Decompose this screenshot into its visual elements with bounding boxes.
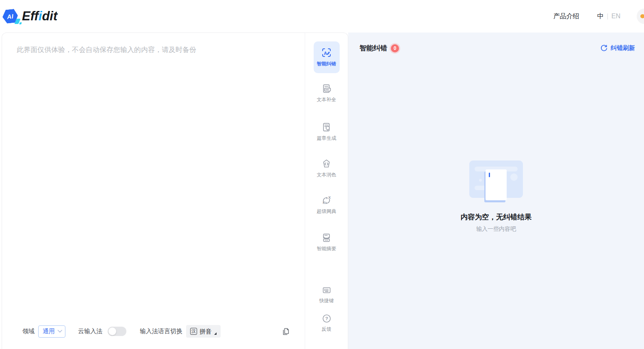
sidebar-item-super-dict[interactable]: X K 超级网典: [308, 195, 345, 215]
error-count-badge: 0: [391, 44, 399, 52]
sidebar-item-article-generate[interactable]: 篇章生成: [308, 122, 345, 142]
sidebar-item-hotkeys[interactable]: 快捷键: [308, 285, 345, 304]
empty-subtitle: 输入一些内容吧: [476, 225, 516, 233]
lang-switch-en[interactable]: EN: [611, 13, 620, 20]
avatar-image: [640, 14, 644, 18]
sidebar-item-label: 快捷键: [319, 297, 334, 304]
user-avatar[interactable]: [637, 9, 644, 24]
empty-state: 内容为空，无纠错结果 输入一些内容吧: [348, 160, 644, 233]
logo-wordmark: Effidit: [22, 9, 57, 24]
results-panel: 智能纠错 0 纠错刷新: [348, 33, 644, 349]
top-header: AI Effidit 产品介绍 中 EN: [0, 0, 644, 33]
ime-switch-label: 输入法语言切换: [140, 327, 182, 335]
svg-text:?: ?: [325, 316, 328, 321]
svg-text:K: K: [323, 201, 325, 205]
empty-title: 内容为空，无纠错结果: [461, 212, 532, 222]
han-character-icon: 汉: [190, 328, 197, 335]
super-dict-icon: X K: [321, 195, 332, 206]
text-polish-icon: [321, 158, 332, 169]
copy-button[interactable]: [281, 327, 290, 336]
feedback-icon: ?: [321, 313, 332, 324]
nav-product-intro[interactable]: 产品介绍: [553, 12, 579, 21]
editor-toolbar: 领域 通用 云输入法 输入法语言切换 汉 拼音: [22, 325, 290, 338]
chevron-down-icon: [58, 328, 62, 332]
smart-summary-icon: [321, 232, 332, 243]
toggle-knob: [108, 327, 116, 335]
ime-pen-mark-icon: [214, 332, 217, 335]
sidebar-item-smart-correct[interactable]: A 智能纠错: [314, 41, 340, 73]
refresh-label: 纠错刷新: [611, 44, 635, 52]
domain-dropdown-value: 通用: [43, 327, 55, 335]
domain-label: 领域: [22, 327, 35, 335]
sidebar-item-label: 反馈: [322, 326, 332, 333]
logo-badge-text: AI: [7, 13, 14, 20]
ime-language-button[interactable]: 汉 拼音: [186, 325, 221, 338]
sidebar-item-feedback[interactable]: ? 反馈: [308, 313, 345, 333]
results-title: 智能纠错: [360, 43, 387, 53]
refresh-icon: [600, 44, 608, 52]
ai-hexagon-logo-icon: AI: [2, 9, 19, 24]
lang-divider: [607, 13, 608, 20]
sidebar-item-smart-summary[interactable]: 智能摘要: [308, 232, 345, 252]
sidebar-item-label: 智能纠错: [317, 61, 336, 67]
illustration-document-icon: [486, 169, 507, 200]
sidebar-item-label: 篇章生成: [317, 135, 336, 142]
hotkeys-icon: [321, 285, 332, 295]
ime-language-value: 拼音: [199, 328, 212, 335]
sidebar-item-text-polish[interactable]: 文本润色: [308, 158, 345, 178]
article-generate-icon: [321, 122, 332, 133]
smart-correct-icon: A: [321, 47, 332, 58]
svg-text:X: X: [328, 195, 331, 199]
domain-dropdown[interactable]: 通用: [38, 325, 65, 338]
results-header: 智能纠错 0 纠错刷新: [348, 33, 644, 53]
editor-card: 此界面仅供体验，不会自动保存您输入的内容，请及时备份 领域 通用 云输入法 输入…: [2, 33, 348, 349]
sidebar-item-label: 超级网典: [317, 208, 336, 215]
sidebar-item-text-complete[interactable]: 文本补全: [308, 83, 345, 103]
editor-placeholder: 此界面仅供体验，不会自动保存您输入的内容，请及时备份: [2, 33, 305, 54]
lang-switch-zh[interactable]: 中: [597, 12, 604, 21]
cloud-ime-label: 云输入法: [78, 327, 102, 335]
svg-text:A: A: [324, 51, 327, 56]
sidebar-item-label: 文本润色: [317, 171, 336, 178]
text-complete-icon: [321, 83, 332, 94]
editor-input[interactable]: 此界面仅供体验，不会自动保存您输入的内容，请及时备份 领域 通用 云输入法 输入…: [2, 33, 305, 349]
sidebar-item-label: 文本补全: [317, 96, 336, 103]
sidebar-item-label: 智能摘要: [317, 245, 336, 252]
effidit-logo[interactable]: AI Effidit: [2, 9, 57, 24]
logo-dot-accent: [19, 22, 22, 24]
tool-sidebar: A 智能纠错 文本补全: [305, 33, 348, 349]
empty-illustration: [469, 160, 523, 201]
refresh-button[interactable]: 纠错刷新: [600, 44, 635, 52]
cloud-ime-toggle[interactable]: [108, 327, 126, 336]
copy-icon: [281, 327, 290, 336]
